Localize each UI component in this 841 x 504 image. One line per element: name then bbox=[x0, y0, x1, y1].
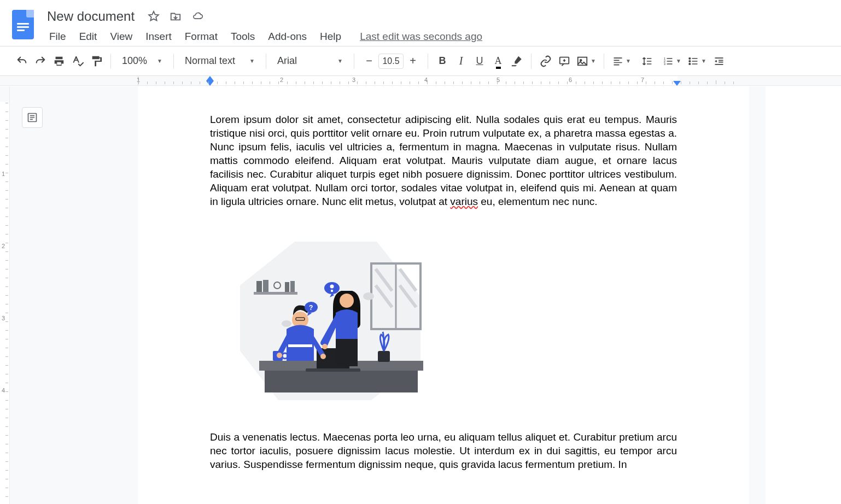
svg-rect-22 bbox=[290, 281, 295, 292]
cloud-status-icon[interactable] bbox=[191, 11, 205, 22]
horizontal-ruler[interactable]: 1 2 3 4 5 6 7 bbox=[0, 76, 841, 86]
svg-rect-19 bbox=[263, 280, 268, 292]
svg-text:3: 3 bbox=[664, 62, 665, 65]
svg-rect-38 bbox=[288, 344, 312, 347]
vruler-mark: 1 bbox=[2, 171, 5, 177]
caret-down-icon: ▼ bbox=[249, 58, 255, 64]
menu-file[interactable]: File bbox=[44, 28, 72, 45]
style-value: Normal text bbox=[185, 55, 235, 67]
font-dropdown[interactable]: Arial ▼ bbox=[272, 52, 348, 71]
svg-rect-21 bbox=[285, 282, 289, 292]
underline-button[interactable]: U bbox=[471, 52, 488, 71]
svg-rect-32 bbox=[336, 339, 358, 366]
svg-point-2 bbox=[580, 59, 582, 61]
text-color-button[interactable]: A bbox=[489, 52, 507, 71]
spellcheck-button[interactable] bbox=[69, 52, 86, 71]
inline-image[interactable]: ? bbox=[235, 242, 431, 400]
ruler-mark: 3 bbox=[352, 77, 355, 83]
paragraph[interactable]: Lorem ipsum dolor sit amet, consectetur … bbox=[210, 113, 677, 209]
align-button[interactable]: ▼ bbox=[610, 52, 634, 71]
svg-point-8 bbox=[689, 63, 691, 65]
redo-button[interactable] bbox=[32, 52, 49, 71]
spelling-error[interactable]: varius bbox=[450, 196, 478, 207]
bold-button[interactable]: B bbox=[434, 52, 451, 71]
vertical-ruler[interactable]: 1 2 3 4 bbox=[0, 86, 10, 504]
insert-link-button[interactable] bbox=[537, 52, 554, 71]
undo-button[interactable] bbox=[13, 52, 31, 71]
header: New document File Edit View Insert Forma… bbox=[0, 0, 841, 46]
outline-toggle-button[interactable] bbox=[22, 107, 43, 128]
svg-rect-24 bbox=[265, 371, 418, 392]
document-title[interactable]: New document bbox=[44, 8, 138, 25]
svg-point-31 bbox=[322, 344, 328, 349]
font-size-increase-button[interactable]: + bbox=[404, 52, 422, 71]
last-edit-status[interactable]: Last edit was seconds ago bbox=[360, 28, 482, 45]
svg-rect-25 bbox=[378, 351, 390, 362]
menubar: File Edit View Insert Format Tools Add-o… bbox=[44, 28, 841, 45]
document-page[interactable]: Lorem ipsum dolor sit amet, consectetur … bbox=[138, 86, 749, 504]
svg-text:?: ? bbox=[309, 304, 313, 312]
paint-format-button[interactable] bbox=[87, 52, 105, 71]
ruler-mark: 2 bbox=[280, 77, 283, 83]
menu-insert[interactable]: Insert bbox=[140, 28, 177, 45]
toolbar: 100% ▼ Normal text ▼ Arial ▼ − + B I U A… bbox=[0, 46, 841, 76]
svg-rect-29 bbox=[306, 368, 360, 372]
font-size-input[interactable] bbox=[378, 54, 404, 69]
svg-point-30 bbox=[340, 294, 354, 308]
svg-rect-17 bbox=[254, 292, 297, 295]
menu-help[interactable]: Help bbox=[314, 28, 347, 45]
zoom-dropdown[interactable]: 100% ▼ bbox=[116, 52, 168, 71]
paragraph[interactable]: Duis a venenatis lectus. Maecenas porta … bbox=[210, 430, 677, 471]
svg-point-39 bbox=[320, 354, 326, 359]
bulleted-list-button[interactable]: ▼ bbox=[685, 52, 709, 71]
caret-down-icon: ▼ bbox=[701, 58, 706, 64]
font-value: Arial bbox=[277, 55, 297, 67]
docs-logo-icon[interactable] bbox=[12, 10, 34, 39]
svg-point-43 bbox=[363, 292, 374, 300]
outdent-button[interactable] bbox=[710, 52, 728, 71]
svg-point-40 bbox=[277, 353, 282, 358]
paragraph-style-dropdown[interactable]: Normal text ▼ bbox=[179, 52, 260, 71]
caret-down-icon: ▼ bbox=[157, 58, 162, 64]
menu-tools[interactable]: Tools bbox=[225, 28, 260, 45]
ruler-mark: 6 bbox=[569, 77, 572, 83]
caret-down-icon: ▼ bbox=[337, 58, 343, 64]
vruler-mark: 3 bbox=[2, 315, 5, 321]
svg-point-7 bbox=[689, 60, 691, 62]
numbered-list-button[interactable]: 123 ▼ bbox=[660, 52, 684, 71]
insert-comment-button[interactable] bbox=[556, 52, 573, 71]
zoom-value: 100% bbox=[122, 55, 147, 67]
menu-view[interactable]: View bbox=[104, 28, 138, 45]
menu-edit[interactable]: Edit bbox=[74, 28, 103, 45]
svg-point-34 bbox=[330, 284, 334, 288]
print-button[interactable] bbox=[50, 52, 68, 71]
menu-format[interactable]: Format bbox=[179, 28, 223, 45]
svg-point-44 bbox=[282, 320, 291, 327]
svg-rect-18 bbox=[256, 281, 262, 292]
menu-add-ons[interactable]: Add-ons bbox=[262, 28, 312, 45]
ruler-mark: 7 bbox=[641, 77, 644, 83]
caret-down-icon: ▼ bbox=[626, 58, 631, 64]
vruler-mark: 4 bbox=[2, 387, 5, 394]
insert-image-button[interactable]: ▼ bbox=[574, 52, 598, 71]
vruler-mark: 2 bbox=[2, 243, 5, 249]
highlight-color-button[interactable] bbox=[508, 52, 525, 71]
move-icon[interactable] bbox=[170, 10, 182, 22]
font-size-decrease-button[interactable]: − bbox=[360, 52, 378, 71]
line-spacing-button[interactable] bbox=[635, 52, 659, 71]
star-icon[interactable] bbox=[148, 10, 160, 22]
italic-button[interactable]: I bbox=[452, 52, 470, 71]
svg-point-6 bbox=[689, 57, 691, 59]
caret-down-icon: ▼ bbox=[591, 58, 596, 64]
workspace: 1 2 3 4 Lorem ipsum dolor sit amet, cons… bbox=[0, 86, 766, 504]
caret-down-icon: ▼ bbox=[676, 58, 681, 64]
svg-rect-35 bbox=[331, 290, 333, 292]
